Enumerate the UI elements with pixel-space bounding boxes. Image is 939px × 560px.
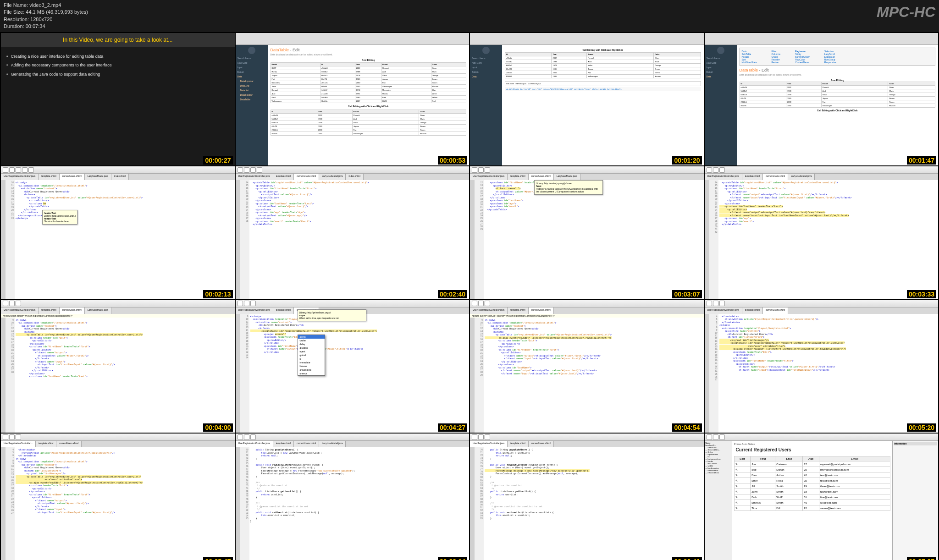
intro-bullet: Adding the necessary components to the u… bbox=[6, 61, 229, 70]
thumbnail-2: Search Items Ajax Core Input Button Data… bbox=[236, 33, 470, 166]
info-pane: Information bbox=[892, 441, 938, 560]
data-table[interactable]: ModelIdYearBrandColor BMWe56a2d2002Renau… bbox=[271, 62, 467, 103]
code-editor[interactable]: public String populateUsers() { this.use… bbox=[249, 447, 470, 560]
code-editor[interactable]: <h:body> <ui:composition template="/layo… bbox=[15, 180, 235, 299]
code-editor[interactable]: <f:metadata> <f:viewAction action="#{use… bbox=[718, 314, 939, 433]
thumbnail-9: UserRegistrationController.javatemplate.… bbox=[1, 300, 235, 433]
code-tooltip: headerText Library: http://primefaces.or… bbox=[42, 210, 77, 225]
page-title: DataTable bbox=[271, 48, 289, 52]
intro-bullet: Creating a nice user interface for editi… bbox=[6, 52, 229, 61]
intro-title: In this Video, we are going to take a lo… bbox=[1, 33, 235, 47]
code-editor[interactable]: <p:column id="firstName" headerText="fir… bbox=[484, 180, 704, 299]
thumbnail-5: UserRegistrationController.javatemplate.… bbox=[1, 166, 235, 299]
timestamp: 00:02:40 bbox=[438, 290, 467, 298]
player-watermark: MPC-HC bbox=[877, 2, 935, 30]
ide-tabs[interactable]: UserRegistrationController.javatemplate.… bbox=[1, 174, 235, 180]
code-editor[interactable]: public String populateUsers() { this.use… bbox=[484, 447, 704, 560]
thumbnail-16: Namelocalhost:8...— Default Re...— Selec… bbox=[705, 434, 939, 560]
code-editor[interactable]: <f:metadata> <f:viewAction action="#{use… bbox=[15, 447, 235, 560]
timestamp: 00:05:20 bbox=[907, 423, 936, 432]
timestamp: 00:06:41 bbox=[672, 557, 701, 560]
thumbnail-8: UserRegistrationController.javatemplate.… bbox=[705, 166, 939, 299]
ide-toolbar[interactable] bbox=[1, 166, 235, 174]
timestamp: 00:06:14 bbox=[438, 557, 467, 560]
navigator-pane[interactable]: Namelocalhost:8...— Default Re...— Selec… bbox=[705, 441, 732, 560]
code-editor[interactable]: <h:body> <ui:composition template="/layo… bbox=[15, 318, 235, 433]
timestamp: 00:04:27 bbox=[438, 423, 467, 432]
thumbnail-12: UserRegistrationController.javatemplate.… bbox=[705, 300, 939, 433]
intro-bullet: Generating the Java code to support data… bbox=[6, 70, 229, 79]
timestamp: 00:01:20 bbox=[672, 156, 701, 165]
timestamp: 00:03:07 bbox=[672, 290, 701, 298]
timestamp: 00:04:54 bbox=[672, 423, 701, 432]
showcase-sidebar[interactable]: Search Items Ajax Core Input Button Data… bbox=[236, 45, 268, 166]
thumbnail-7: UserRegistrationController.javatemplate.… bbox=[470, 166, 704, 299]
showcase-sidebar[interactable]: Search ItemsAjax CoreInputButtonData bbox=[705, 45, 737, 166]
file-name-label: File Name: video3_2.mp4 bbox=[4, 2, 88, 9]
thumbnail-15: UserRegistrationController.javatemplate.… bbox=[470, 434, 704, 560]
timestamp: 00:02:13 bbox=[203, 290, 232, 298]
code-editor[interactable]: <h:body> <ui:composition template="/layo… bbox=[484, 318, 704, 433]
thumbnail-13: UserRegistrationController...template.xh… bbox=[1, 434, 235, 560]
timestamp: 00:03:33 bbox=[907, 290, 936, 298]
result-title: Current Registered Users bbox=[734, 445, 891, 454]
thumbnail-3: Search ItemsAjax CoreInputButtonData Cel… bbox=[470, 33, 704, 166]
result-pane: Prime Auto Sales Current Registered User… bbox=[732, 441, 893, 560]
code-tooltip: Library: http://xmlns.jcp.org/jsf/core f… bbox=[534, 180, 603, 195]
thumbnail-14: UserRegistrationController.javatemplate.… bbox=[236, 434, 470, 560]
timestamp: 00:01:47 bbox=[907, 156, 936, 165]
thumbnail-4: Search ItemsAjax CoreInputButtonData Bas… bbox=[705, 33, 939, 166]
page-description: Data displayed on datatable can be edite… bbox=[271, 53, 467, 56]
player-header: File Name: video3_2.mp4 File Size: 44.1 … bbox=[0, 0, 939, 32]
code-tooltip: Library: http://primefaces.org/ui async … bbox=[298, 309, 366, 321]
thumbnail-10: UserRegistrationController.javatemplate.… bbox=[236, 300, 470, 433]
thumbnail-11: UserRegistrationController.javatemplate.… bbox=[470, 300, 704, 433]
main-content: DataTable - Edit Data displayed on datat… bbox=[268, 45, 470, 166]
autocomplete-popup[interactable]: async cache delay disabled event global … bbox=[298, 335, 325, 376]
code-editor[interactable]: <h:body> <ui:composition template="/layo… bbox=[249, 314, 470, 433]
duration-label: Duration: 00:07:34 bbox=[4, 23, 88, 30]
timestamp: 00:05:47 bbox=[203, 557, 232, 560]
resolution-label: Resolution: 1280x720 bbox=[4, 16, 88, 23]
thumbnail-6: UserRegistrationController.javatemplate.… bbox=[236, 166, 470, 299]
submenu-dropdown[interactable]: BasicSubTableHeaderSortMultiViewState Fi… bbox=[740, 48, 936, 66]
code-editor[interactable]: <p:dataTable id="registeredUserList" val… bbox=[718, 180, 939, 299]
file-size-label: File Size: 44.1 МБ (46,319,693 bytes) bbox=[4, 9, 88, 16]
timestamp: 00:04:00 bbox=[203, 423, 232, 432]
thumbnail-1: In this Video, we are going to take a lo… bbox=[1, 33, 235, 166]
data-table[interactable]: IdYearBrandColor e56a2d2002RenaultSilver… bbox=[505, 52, 701, 78]
timestamp: 00:07:07 bbox=[907, 557, 936, 560]
timestamp: 00:00:27 bbox=[203, 156, 232, 165]
showcase-sidebar[interactable]: Search ItemsAjax CoreInputButtonData bbox=[470, 45, 502, 166]
code-editor[interactable]: <p:dataTable id="registeredUserList" val… bbox=[249, 180, 470, 299]
timestamp: 00:00:53 bbox=[438, 156, 467, 165]
result-table[interactable]: EditFirstLastAgeEmail ✎JoeCalmers17myema… bbox=[734, 456, 891, 511]
browser-chrome bbox=[236, 33, 470, 45]
